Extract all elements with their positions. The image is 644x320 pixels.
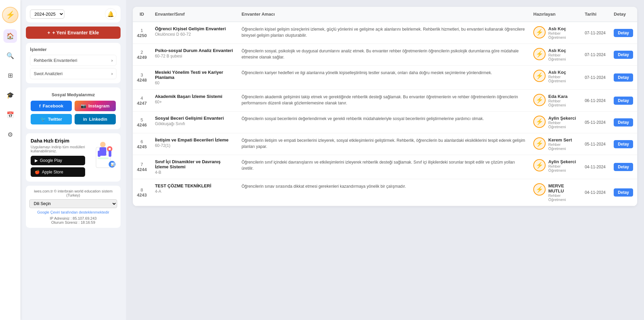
row-inventory: Öğrenci Kişisel Gelişim Envanteri Okulön… — [151, 22, 237, 44]
menu-section-title: İşlemler — [30, 47, 116, 52]
teacher-name: Aslı Koç — [548, 70, 577, 75]
detail-button[interactable]: Detay — [614, 163, 633, 171]
row-inventory: Mesleki Yönelim Testi ve Kariyer Planlam… — [151, 66, 237, 90]
left-footer: iwes.com.tr © interbrain world education… — [26, 186, 121, 228]
notification-bell[interactable]: 🔔 — [105, 8, 116, 20]
quick-access-image: 📊 — [89, 140, 120, 174]
user-icon: ⚡ — [536, 29, 543, 36]
quick-access-text: Daha Hızlı Erişim Uygulamayı indirip tüm… — [31, 138, 85, 177]
row-teacher: ⚡ MERVE MUTLU Rehber Öğretmeni — [529, 179, 581, 206]
detail-button[interactable]: Detay — [614, 140, 633, 148]
sidebar-item-education[interactable]: 🎓 — [3, 88, 17, 102]
facebook-icon: f — [39, 103, 41, 108]
col-id-num: ID — [133, 7, 151, 22]
copyright-text: iwes.com.tr © interbrain world education… — [34, 189, 113, 197]
left-top-bar: 2024-2025 2023-2024 2022-2023 🔔 — [26, 5, 121, 22]
app-logo: ⚡ — [2, 7, 18, 23]
inventory-table: ID Envanter/Sınıf Envanter Amacı Hazırla… — [133, 7, 637, 206]
row-teacher: ⚡ Aylin Şekerci Rehber Öğretmeni — [529, 155, 581, 179]
user-icon: ⚡ — [536, 140, 543, 147]
row-teacher: ⚡ Aslı Koç Rehber Öğretmeni — [529, 44, 581, 66]
row-num: 74244 — [133, 155, 151, 179]
col-inventory: Envanter/Sınıf — [151, 7, 237, 22]
google-play-button[interactable]: ▶ Google Play — [31, 156, 85, 165]
quick-access-desc: Uygulamayı indirip tüm modülleri kullana… — [31, 145, 85, 153]
row-num: 44247 — [133, 90, 151, 112]
store-buttons: ▶ Google Play 🍎 Apple Store — [31, 156, 85, 177]
detail-button[interactable]: Detay — [614, 97, 633, 105]
sidebar-item-search[interactable]: 🔍 — [3, 49, 17, 63]
col-date: Tarihi — [581, 7, 610, 22]
teacher-avatar: ⚡ — [533, 137, 546, 150]
svg-text:📊: 📊 — [111, 162, 115, 167]
google-translate-text: Google Çeviri tarafından desteklenmekted… — [29, 210, 117, 214]
row-date: 05-11-2024 — [581, 112, 610, 133]
detail-button[interactable]: Detay — [614, 51, 633, 59]
add-inventory-button[interactable]: + + Yeni Envanter Ekle — [26, 27, 121, 39]
sidebar-item-grid[interactable]: ⊞ — [3, 69, 17, 82]
year-selector[interactable]: 2024-2025 2023-2024 2022-2023 — [30, 10, 64, 19]
instagram-button[interactable]: 📷 Instagram — [75, 101, 116, 111]
sidebar-item-calendar[interactable]: 📅 — [3, 108, 17, 122]
row-inventory: Sosyal Beceri Gelişimi Envanteri Gökkuşa… — [151, 112, 237, 133]
apple-icon: 🍎 — [35, 170, 40, 174]
sidebar-item-home[interactable]: 🏠 — [3, 29, 17, 43]
twitter-button[interactable]: 🐦 Twitter — [31, 114, 72, 124]
svg-rect-5 — [109, 148, 111, 150]
main-content: ID Envanter/Sınıf Envanter Amacı Hazırla… — [126, 0, 644, 320]
user-icon: ⚡ — [536, 186, 543, 193]
row-num: 64245 — [133, 133, 151, 155]
row-teacher: ⚡ Aslı Koç Rehber Öğretmeni — [529, 22, 581, 44]
social-title: Sosyal Medyalarımız — [31, 92, 116, 97]
detail-button[interactable]: Detay — [614, 118, 633, 127]
row-detail: Detay — [610, 133, 637, 155]
row-date: 04-11-2024 — [581, 179, 610, 206]
sidebar-icons: ⚡ 🏠 🔍 ⊞ 🎓 📅 ⚙ — [0, 0, 20, 320]
teacher-role: Rehber Öğretmeni — [548, 164, 577, 172]
teacher-avatar: ⚡ — [533, 26, 546, 38]
language-select[interactable]: Dili Seçin — [29, 199, 117, 208]
instagram-icon: 📷 — [81, 103, 86, 108]
teacher-role: Rehber Öğretmeni — [548, 31, 577, 39]
linkedin-button[interactable]: in Linkedin — [75, 114, 116, 124]
menu-item-rehberlik[interactable]: Rehberlik Envanterleri › — [30, 55, 116, 66]
chevron-right-icon: › — [111, 58, 113, 63]
row-detail: Detay — [610, 112, 637, 133]
row-date: 06-11-2024 — [581, 90, 610, 112]
row-date: 07-11-2024 — [581, 22, 610, 44]
table-row: 84243 TEST ÇÖZME TEKNİKLERİ 4-A Öğrencil… — [133, 179, 637, 206]
teacher-name: Aylin Şekerci — [548, 116, 577, 121]
inventory-table-card: ID Envanter/Sınıf Envanter Amacı Hazırla… — [133, 7, 637, 206]
row-inventory: İletişim ve Empati Becerileri İzleme 60-… — [151, 133, 237, 155]
facebook-button[interactable]: f Facebook — [31, 101, 72, 111]
menu-item-swot[interactable]: Swot Analizleri › — [30, 68, 116, 79]
teacher-name: Aslı Koç — [548, 26, 577, 31]
svg-rect-3 — [98, 157, 109, 159]
teacher-name: Eda Kara — [548, 94, 577, 99]
plus-icon: + — [47, 30, 50, 35]
detail-button[interactable]: Detay — [614, 29, 633, 37]
ip-info: IP Adresiniz : 85.107.69.243 Oturum Süre… — [29, 216, 117, 224]
apple-store-button[interactable]: 🍎 Apple Store — [31, 167, 85, 177]
row-purpose: Öğrencilerin kişisel gelişim süreçlerini… — [237, 22, 529, 44]
teacher-role: Rehber Öğretmeni — [548, 99, 577, 107]
row-inventory: TEST ÇÖZME TEKNİKLERİ 4-A — [151, 179, 237, 206]
table-header-row: ID Envanter/Sınıf Envanter Amacı Hazırla… — [133, 7, 637, 22]
row-inventory: Sınıf İçi Dinamikler ve Davranış İzleme … — [151, 155, 237, 179]
left-panel: 2024-2025 2023-2024 2022-2023 🔔 + + Yeni… — [20, 0, 126, 320]
row-date: 07-11-2024 — [581, 66, 610, 90]
teacher-role: Rehber Öğretmeni — [548, 121, 577, 129]
teacher-name: Aslı Koç — [548, 48, 577, 53]
row-inventory: Akademik Başarı İzleme Sistemi 60+ — [151, 90, 237, 112]
teacher-avatar: ⚡ — [533, 183, 546, 196]
row-date: 05-11-2024 — [581, 133, 610, 155]
detail-button[interactable]: Detay — [614, 188, 633, 197]
detail-button[interactable]: Detay — [614, 73, 633, 82]
play-icon: ▶ — [35, 158, 38, 163]
sidebar-item-settings[interactable]: ⚙ — [3, 128, 17, 141]
row-purpose: Öğrencilerin iletişim ve empati becerile… — [237, 133, 529, 155]
table-row: 54246 Sosyal Beceri Gelişimi Envanteri G… — [133, 112, 637, 133]
row-inventory: Psiko-sosyal Durum Analiz Envanteri 60-7… — [151, 44, 237, 66]
teacher-role: Rehber Öğretmeni — [548, 142, 577, 151]
teacher-name: MERVE MUTLU — [548, 183, 577, 193]
